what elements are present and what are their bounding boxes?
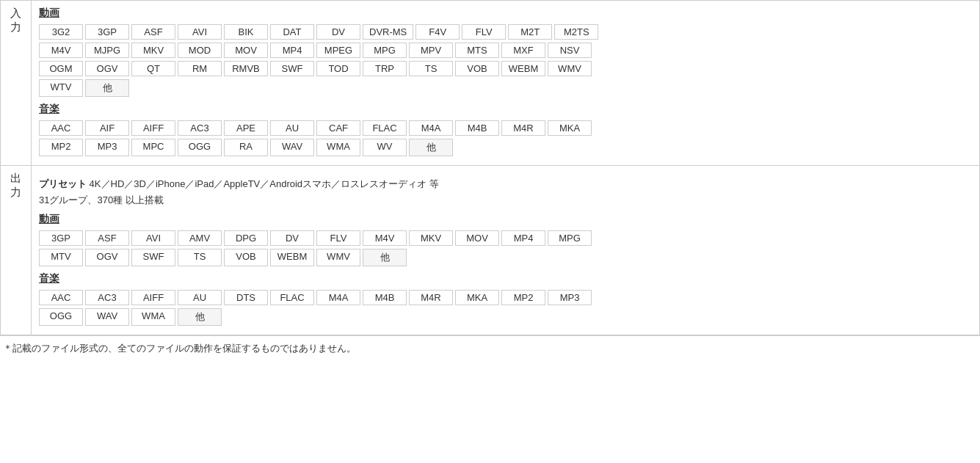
out-fmt-m4v: M4V xyxy=(363,230,407,246)
fmt-m2ts: M2TS xyxy=(554,24,598,40)
fmt-ogm: OGM xyxy=(39,61,83,76)
fmt-qt: QT xyxy=(131,61,175,76)
fmt-ogv: OGV xyxy=(85,61,129,76)
fmt-dat: DAT xyxy=(270,24,314,40)
fmt-aif: AIF xyxy=(85,120,129,136)
footer-text: ＊記載のファイル形式の、全てのファイルの動作を保証するものではありません。 xyxy=(3,343,356,354)
input-video-row3: OGM OGV QT RM RMVB SWF TOD TRP TS VOB WE… xyxy=(39,61,972,76)
out-fmt-mtv: MTV xyxy=(39,249,83,266)
page-wrapper: 入力 動画 3G2 3GP ASF AVI BIK DAT DV DVR-MS … xyxy=(0,0,980,361)
output-audio-row2: OGG WAV WMA 他 xyxy=(39,308,972,326)
preset-description: プリセット 4K／HD／3D／iPhone／iPad／AppleTV／Andro… xyxy=(39,172,972,213)
out-fmt-ac3: AC3 xyxy=(85,290,129,305)
fmt-nsv: NSV xyxy=(548,43,592,58)
output-audio-section-label: 音楽 xyxy=(39,272,972,285)
fmt-mpc: MPC xyxy=(131,139,175,156)
fmt-trp: TRP xyxy=(363,61,407,76)
out-fmt-m4a: M4A xyxy=(316,290,360,305)
fmt-caf: CAF xyxy=(316,120,360,136)
input-video-section-label: 動画 xyxy=(39,7,972,20)
fmt-m4b: M4B xyxy=(455,120,499,136)
fmt-flv: FLV xyxy=(462,24,506,40)
fmt-dv: DV xyxy=(316,24,360,40)
out-fmt-webm: WEBM xyxy=(270,249,314,266)
out-fmt-other-v: 他 xyxy=(363,249,407,266)
fmt-m2t: M2T xyxy=(508,24,552,40)
fmt-ogg: OGG xyxy=(178,139,222,156)
input-label-text: 入力 xyxy=(10,7,21,33)
output-row: 出力 プリセット 4K／HD／3D／iPhone／iPad／AppleTV／An… xyxy=(1,166,980,335)
out-fmt-mp4: MP4 xyxy=(501,230,545,246)
fmt-mkv: MKV xyxy=(131,43,175,58)
fmt-webm: WEBM xyxy=(501,61,545,76)
fmt-avi: AVI xyxy=(178,24,222,40)
fmt-ac3: AC3 xyxy=(178,120,222,136)
out-fmt-aac: AAC xyxy=(39,290,83,305)
out-fmt-dts: DTS xyxy=(224,290,268,305)
output-video-row1: 3GP ASF AVI AMV DPG DV FLV M4V MKV MOV M… xyxy=(39,230,972,246)
out-fmt-m4b: M4B xyxy=(363,290,407,305)
out-fmt-dpg: DPG xyxy=(224,230,268,246)
fmt-m4r: M4R xyxy=(501,120,545,136)
fmt-wv: WV xyxy=(363,139,407,156)
output-video-section-label: 動画 xyxy=(39,213,972,226)
fmt-ra: RA xyxy=(224,139,268,156)
fmt-wma: WMA xyxy=(316,139,360,156)
out-fmt-vob: VOB xyxy=(224,249,268,266)
out-fmt-mov: MOV xyxy=(455,230,499,246)
output-audio-row1: AAC AC3 AIFF AU DTS FLAC M4A M4B M4R MKA… xyxy=(39,290,972,305)
preset-text1: 4K／HD／3D／iPhone／iPad／AppleTV／Androidスマホ／… xyxy=(87,178,439,189)
out-fmt-ts: TS xyxy=(178,249,222,266)
fmt-mod: MOD xyxy=(178,43,222,58)
fmt-m4a: M4A xyxy=(409,120,453,136)
input-label: 入力 xyxy=(1,1,32,166)
fmt-mka: MKA xyxy=(548,120,592,136)
fmt-dvrms: DVR-MS xyxy=(363,24,413,40)
fmt-tod: TOD xyxy=(316,61,360,76)
input-row: 入力 動画 3G2 3GP ASF AVI BIK DAT DV DVR-MS … xyxy=(1,1,980,166)
out-fmt-dv: DV xyxy=(270,230,314,246)
fmt-au: AU xyxy=(270,120,314,136)
out-fmt-other-a: 他 xyxy=(178,308,222,326)
out-fmt-asf: ASF xyxy=(85,230,129,246)
fmt-3g2: 3G2 xyxy=(39,24,83,40)
fmt-swf: SWF xyxy=(270,61,314,76)
fmt-flac: FLAC xyxy=(363,120,407,136)
out-fmt-mka: MKA xyxy=(455,290,499,305)
format-table: 入力 動画 3G2 3GP ASF AVI BIK DAT DV DVR-MS … xyxy=(0,0,980,335)
fmt-mjpg: MJPG xyxy=(85,43,129,58)
fmt-aiff: AIFF xyxy=(131,120,175,136)
out-fmt-aiff: AIFF xyxy=(131,290,175,305)
fmt-asf: ASF xyxy=(131,24,175,40)
fmt-mpeg: MPEG xyxy=(316,43,360,58)
output-video-row2: MTV OGV SWF TS VOB WEBM WMV 他 xyxy=(39,249,972,266)
fmt-mp4: MP4 xyxy=(270,43,314,58)
input-video-row2: M4V MJPG MKV MOD MOV MP4 MPEG MPG MPV MT… xyxy=(39,43,972,58)
fmt-rmvb: RMVB xyxy=(224,61,268,76)
out-fmt-3gp: 3GP xyxy=(39,230,83,246)
fmt-ape: APE xyxy=(224,120,268,136)
input-audio-row1: AAC AIF AIFF AC3 APE AU CAF FLAC M4A M4B… xyxy=(39,120,972,136)
fmt-other-a: 他 xyxy=(409,139,453,156)
fmt-mpv: MPV xyxy=(409,43,453,58)
preset-text2: 31グループ、370種 以上搭載 xyxy=(39,194,164,205)
out-fmt-mp3: MP3 xyxy=(548,290,592,305)
output-content: プリセット 4K／HD／3D／iPhone／iPad／AppleTV／Andro… xyxy=(32,166,980,335)
out-fmt-mp2: MP2 xyxy=(501,290,545,305)
fmt-m4v: M4V xyxy=(39,43,83,58)
fmt-mxf: MXF xyxy=(501,43,545,58)
out-fmt-m4r: M4R xyxy=(409,290,453,305)
fmt-bik: BIK xyxy=(224,24,268,40)
fmt-mp2: MP2 xyxy=(39,139,83,156)
out-fmt-au: AU xyxy=(178,290,222,305)
output-label: 出力 xyxy=(1,166,32,335)
out-fmt-ogv: OGV xyxy=(85,249,129,266)
out-fmt-wav: WAV xyxy=(85,308,129,326)
input-audio-row2: MP2 MP3 MPC OGG RA WAV WMA WV 他 xyxy=(39,139,972,156)
out-fmt-flv: FLV xyxy=(316,230,360,246)
out-fmt-amv: AMV xyxy=(178,230,222,246)
fmt-wmv: WMV xyxy=(548,61,592,76)
input-audio-section-label: 音楽 xyxy=(39,103,972,116)
fmt-3gp: 3GP xyxy=(85,24,129,40)
out-fmt-mkv: MKV xyxy=(409,230,453,246)
